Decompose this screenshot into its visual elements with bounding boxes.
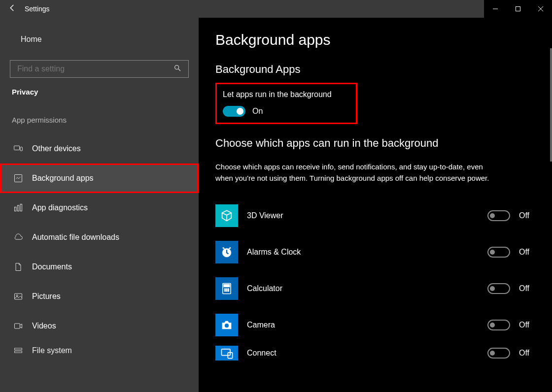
page-title: Background apps xyxy=(215,32,535,48)
app-toggle-3d-viewer[interactable] xyxy=(487,210,510,221)
nav-label: Documents xyxy=(32,262,72,271)
nav-pictures[interactable]: Pictures xyxy=(0,282,199,311)
highlighted-master-toggle-block: Let apps run in the background On xyxy=(215,83,357,124)
app-name: Alarms & Clock xyxy=(247,248,476,257)
app-name: Camera xyxy=(247,321,476,329)
svg-rect-9 xyxy=(15,207,16,211)
app-name: Connect xyxy=(247,349,476,358)
svg-point-25 xyxy=(228,291,229,292)
svg-rect-15 xyxy=(15,348,22,350)
svg-point-4 xyxy=(175,65,179,69)
app-toggle-calculator[interactable] xyxy=(487,283,510,294)
nav-documents[interactable]: Documents xyxy=(0,252,199,282)
diagnostics-icon xyxy=(13,203,23,213)
app-toggle-alarms[interactable] xyxy=(487,247,510,258)
app-icon-alarms xyxy=(215,241,238,263)
svg-rect-7 xyxy=(20,147,22,151)
section-header: App permissions xyxy=(0,116,199,124)
svg-point-20 xyxy=(224,289,225,290)
scrollbar[interactable] xyxy=(550,48,552,162)
privacy-header: Privacy xyxy=(0,88,199,96)
app-icon-camera xyxy=(215,314,238,336)
search-input-wrap[interactable] xyxy=(10,60,189,78)
nav-file-system[interactable]: File system xyxy=(0,341,199,360)
document-icon xyxy=(13,262,23,272)
nav-label: File system xyxy=(32,346,72,355)
devices-icon xyxy=(13,144,23,154)
nav-label: Automatic file downloads xyxy=(32,233,119,242)
svg-rect-16 xyxy=(15,351,22,353)
app-icon-3d-viewer xyxy=(215,204,238,227)
app-toggle-state: Off xyxy=(519,284,529,293)
section-title-1: Background Apps xyxy=(215,63,535,76)
app-icon-connect xyxy=(215,346,238,360)
app-toggle-connect[interactable] xyxy=(487,348,510,359)
main-content: Background apps Background Apps Let apps… xyxy=(199,18,552,392)
window-title: Settings xyxy=(25,5,50,13)
maximize-button[interactable] xyxy=(507,0,529,18)
settings-window: Settings Home xyxy=(0,0,552,392)
svg-rect-19 xyxy=(224,285,230,287)
app-toggle-state: Off xyxy=(519,211,529,220)
nav-label: Other devices xyxy=(32,144,81,153)
svg-point-24 xyxy=(226,291,227,292)
app-row-alarms: Alarms & Clock Off xyxy=(215,234,535,270)
app-name: 3D Viewer xyxy=(247,211,476,220)
search-icon xyxy=(173,64,181,74)
cloud-icon xyxy=(13,232,23,242)
nav-background-apps[interactable]: Background apps xyxy=(0,163,199,193)
pictures-icon xyxy=(13,292,23,301)
nav-videos[interactable]: Videos xyxy=(0,311,199,341)
svg-point-22 xyxy=(228,289,229,290)
nav-other-devices[interactable]: Other devices xyxy=(0,134,199,163)
section-title-2: Choose which apps can run in the backgro… xyxy=(215,137,535,150)
app-row-connect: Connect Off xyxy=(215,343,535,363)
svg-rect-1 xyxy=(516,7,520,11)
home-label: Home xyxy=(21,35,42,44)
minimize-button[interactable] xyxy=(484,0,507,18)
back-button[interactable] xyxy=(8,3,17,14)
master-toggle[interactable] xyxy=(223,106,245,117)
app-name: Calculator xyxy=(247,284,476,293)
nav-label: Background apps xyxy=(32,174,94,183)
sidebar: Home Privacy App permissions Other devic… xyxy=(0,18,199,392)
app-toggle-state: Off xyxy=(519,248,529,257)
svg-rect-11 xyxy=(20,204,22,211)
home-nav[interactable]: Home xyxy=(0,26,199,53)
app-toggle-state: Off xyxy=(519,349,529,358)
app-icon-calculator xyxy=(215,277,238,300)
titlebar: Settings xyxy=(0,0,552,18)
close-button[interactable] xyxy=(529,0,552,18)
svg-point-26 xyxy=(225,324,229,327)
app-toggle-camera[interactable] xyxy=(487,320,510,330)
svg-rect-6 xyxy=(14,146,20,150)
filesystem-icon xyxy=(13,346,23,356)
svg-point-23 xyxy=(224,291,225,292)
app-toggle-state: Off xyxy=(519,321,529,329)
search-input[interactable] xyxy=(17,65,173,73)
app-row-3d-viewer: 3D Viewer Off xyxy=(215,197,535,234)
background-apps-icon xyxy=(13,173,23,183)
nav-label: Videos xyxy=(32,322,56,330)
svg-rect-14 xyxy=(15,324,20,328)
nav-label: App diagnostics xyxy=(32,203,88,212)
master-toggle-label: Let apps run in the background xyxy=(223,90,350,99)
svg-line-5 xyxy=(178,69,180,71)
master-toggle-state: On xyxy=(252,107,263,116)
section-description: Choose which apps can receive info, send… xyxy=(215,162,501,184)
app-row-calculator: Calculator Off xyxy=(215,270,535,307)
nav-app-diagnostics[interactable]: App diagnostics xyxy=(0,193,199,223)
svg-point-21 xyxy=(226,289,227,290)
video-icon xyxy=(13,321,23,331)
svg-rect-10 xyxy=(17,205,19,211)
app-row-camera: Camera Off xyxy=(215,307,535,343)
nav-label: Pictures xyxy=(32,292,61,301)
nav-auto-downloads[interactable]: Automatic file downloads xyxy=(0,223,199,252)
